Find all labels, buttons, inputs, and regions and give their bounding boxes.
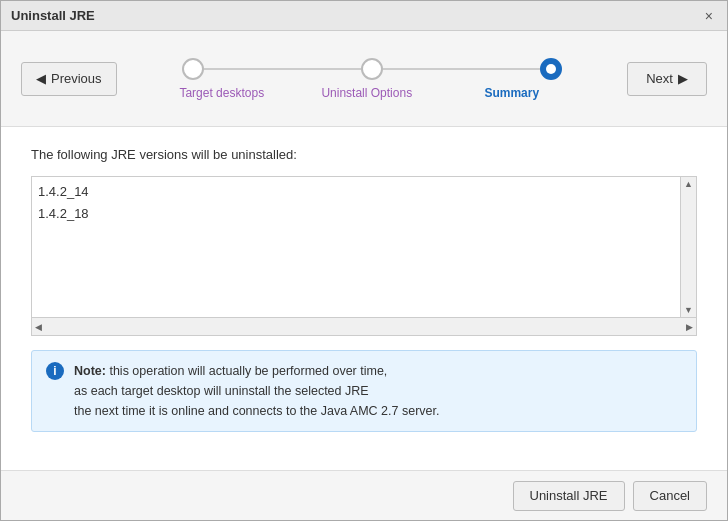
cancel-button[interactable]: Cancel xyxy=(633,481,707,511)
next-label: Next xyxy=(646,71,673,86)
info-icon: i xyxy=(46,362,64,380)
scroll-up-icon[interactable]: ▲ xyxy=(684,179,693,189)
steps-track xyxy=(182,58,562,80)
vertical-scrollbar[interactable]: ▲ ▼ xyxy=(680,177,696,317)
prev-arrow-icon: ◀ xyxy=(36,71,46,86)
step-line-2 xyxy=(383,68,540,70)
jre-list[interactable]: 1.4.2_141.4.2_18 xyxy=(32,177,696,317)
step-label-2: Uninstall Options xyxy=(317,86,417,100)
note-text: Note: this operation will actually be pe… xyxy=(74,361,439,421)
content-area: The following JRE versions will be unins… xyxy=(1,127,727,470)
step-label-3: Summary xyxy=(462,86,562,100)
note-body: this operation will actually be performe… xyxy=(74,364,439,418)
note-box: i Note: this operation will actually be … xyxy=(31,350,697,432)
scroll-right-icon[interactable]: ▶ xyxy=(683,322,696,332)
step-circle-2 xyxy=(361,58,383,80)
title-bar: Uninstall JRE × xyxy=(1,1,727,31)
step-line-1 xyxy=(204,68,361,70)
previous-button[interactable]: ◀ Previous xyxy=(21,62,117,96)
note-bold-label: Note: xyxy=(74,364,106,378)
scroll-left-icon[interactable]: ◀ xyxy=(32,322,45,332)
list-item: 1.4.2_18 xyxy=(38,203,690,225)
content-description: The following JRE versions will be unins… xyxy=(31,147,697,162)
scroll-down-icon[interactable]: ▼ xyxy=(684,305,693,315)
uninstall-jre-dialog: Uninstall JRE × ◀ Previous Target deskto… xyxy=(0,0,728,521)
step-label-1: Target desktops xyxy=(172,86,272,100)
step-circle-3 xyxy=(540,58,562,80)
prev-label: Previous xyxy=(51,71,102,86)
uninstall-jre-button[interactable]: Uninstall JRE xyxy=(513,481,625,511)
close-button[interactable]: × xyxy=(701,9,717,23)
dialog-title: Uninstall JRE xyxy=(11,8,95,23)
next-arrow-icon: ▶ xyxy=(678,71,688,86)
next-button[interactable]: Next ▶ xyxy=(627,62,707,96)
steps-labels: Target desktops Uninstall Options Summar… xyxy=(182,86,562,100)
list-item: 1.4.2_14 xyxy=(38,181,690,203)
step-circle-1 xyxy=(182,58,204,80)
hscroll-track xyxy=(45,318,683,335)
nav-area: ◀ Previous Target desktops Uninstall Opt… xyxy=(1,31,727,127)
horizontal-scrollbar[interactable]: ◀ ▶ xyxy=(32,317,696,335)
jre-list-container: 1.4.2_141.4.2_18 ▲ ▼ ◀ ▶ xyxy=(31,176,697,336)
footer: Uninstall JRE Cancel xyxy=(1,470,727,520)
steps-container: Target desktops Uninstall Options Summar… xyxy=(117,58,627,100)
